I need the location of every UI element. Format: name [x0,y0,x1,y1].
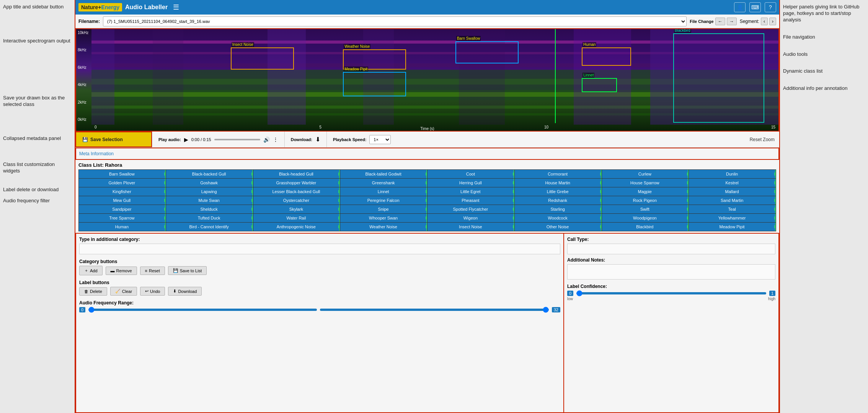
class-cell-other-noise[interactable]: Other Noise [515,223,602,231]
class-cell-tree-sparrow[interactable]: Tree Sparrow [79,214,166,222]
class-cell-cormorant[interactable]: Cormorant [515,170,602,178]
class-cell-black-backed-gull[interactable]: Black-backed Gull [166,170,253,178]
hamburger-button[interactable]: ☰ [171,2,181,12]
annotation-meadow-pipit[interactable]: Meadow Pipit [343,72,406,96]
class-cell-swift[interactable]: Swift [602,205,689,213]
undo-button[interactable]: ↩ Undo [140,287,165,296]
class-cell-linnet[interactable]: Linnet [340,187,427,196]
add-button[interactable]: ＋ Add [79,266,103,275]
class-cell-kingfisher[interactable]: Kingfisher [79,187,166,196]
header-right-icons: 👤 ⌨ ? [734,2,776,12]
class-cell-mew-gull[interactable]: Mew Gull [79,196,166,205]
class-cell-weather-noise[interactable]: Weather Noise [340,223,427,231]
segment-prev-btn[interactable]: ‹ [761,18,768,25]
label-download-button[interactable]: ⬇ Download [168,287,202,296]
class-cell-dunlin[interactable]: Dunlin [689,170,776,178]
call-type-input[interactable] [567,244,775,254]
brand-logo: Nature+Energy [78,3,122,11]
class-cell-meadow-pipit[interactable]: Meadow Pipit [689,223,776,231]
class-cell-whooper-swan[interactable]: Whooper Swan [340,214,427,222]
annotation-blackbird[interactable]: Blackbird [673,33,765,123]
class-cell-tufted-duck[interactable]: Tufted Duck [166,214,253,222]
annotation-linnet[interactable]: Linnet [582,78,617,92]
class-cell-coot[interactable]: Coot [427,170,514,178]
category-input[interactable] [79,244,560,254]
delete-button[interactable]: 🗑 Delete [79,287,107,296]
annotation-barn-swallow[interactable]: Barn Swallow [455,41,519,64]
help-icon-btn[interactable]: ? [765,2,776,12]
class-cell-magpie[interactable]: Magpie [602,187,689,196]
class-cell-house-sparrow[interactable]: House Sparrow [602,179,689,187]
class-cell-curlew[interactable]: Curlew [602,170,689,178]
class-cell-lapwing[interactable]: Lapwing [166,187,253,196]
file-prev-btn[interactable]: ← [715,18,725,25]
more-options-button[interactable]: ⋮ [273,137,278,143]
class-cell-herring-gull[interactable]: Herring Gull [427,179,514,187]
playback-speed-select[interactable]: 1× 0.5× 2× [369,135,391,144]
class-cell-oystercatcher[interactable]: Oystercatcher [253,196,340,205]
class-cell-mallard[interactable]: Mallard [689,187,776,196]
annotation-human[interactable]: Human [582,47,631,66]
remove-button[interactable]: ▬ Remove [106,267,137,275]
class-cell-greenshank[interactable]: Greenshank [340,179,427,187]
freq-min-slider[interactable] [88,309,317,311]
class-cell-black-headed-gull[interactable]: Black-headed Gull [253,170,340,178]
class-cell-blackbird[interactable]: Blackbird [602,223,689,231]
user-icon-btn[interactable]: 👤 [734,2,746,12]
keyboard-icon-btn[interactable]: ⌨ [749,2,761,12]
class-cell-bird---cannot-identify[interactable]: Bird - Cannot Identify [166,223,253,231]
reset-button[interactable]: ≡ Reset [140,267,165,275]
class-cell-kestrel[interactable]: Kestrel [689,179,776,187]
class-cell-grasshopper-warbler[interactable]: Grasshopper Warbler [253,179,340,187]
class-cell-goshawk[interactable]: Goshawk [166,179,253,187]
class-cell-woodcock[interactable]: Woodcock [515,214,602,222]
class-cell-shelduck[interactable]: Shelduck [166,205,253,213]
confidence-slider[interactable] [576,292,766,294]
class-cell-sand-martin[interactable]: Sand Martin [689,196,776,205]
reset-zoom-button[interactable]: Reset Zoom [745,135,779,144]
filename-select[interactable]: (7) 1_SMU05115_20211104_064902_start_39_… [103,16,687,26]
class-cell-lesser-black-backed-gull[interactable]: Lesser Black-backed Gull [253,187,340,196]
class-cell-anthropogenic-noise[interactable]: Anthropogenic Noise [253,223,340,231]
class-cell-human[interactable]: Human [79,223,166,231]
additional-notes-section: Additional Notes: [567,257,775,281]
class-cell-starling[interactable]: Starling [515,205,602,213]
save-selection-button[interactable]: 💾 Save Selection [75,132,152,147]
class-cell-teal[interactable]: Teal [689,205,776,213]
freq-max-slider[interactable] [320,309,548,311]
clear-button[interactable]: 🧹 Clear [110,287,137,296]
app-title: Audio Labeller [125,4,168,11]
class-cell-golden-plover[interactable]: Golden Plover [79,179,166,187]
spectrogram-container[interactable]: 10kHz 8kHz 6kHz 4kHz 2kHz 0kHz Insect No… [75,28,779,132]
class-cell-black-tailed-godwit[interactable]: Black-tailed Godwit [340,170,427,178]
annotation-insect-noise[interactable]: Insect Noise [231,47,294,70]
file-next-btn[interactable]: → [727,18,737,25]
class-cell-rock-pigeon[interactable]: Rock Pigeon [602,196,689,205]
play-button[interactable]: ▶ [184,137,188,143]
class-cell-barn-swallow[interactable]: Barn Swallow [79,170,166,178]
additional-notes-input[interactable] [567,264,775,280]
class-cell-sandpiper[interactable]: Sandpiper [79,205,166,213]
class-cell-wigeon[interactable]: Wigeon [427,214,514,222]
class-cell-house-martin[interactable]: House Martin [515,179,602,187]
class-cell-peregrine-falcon[interactable]: Peregrine Falcon [340,196,427,205]
class-cell-redshank[interactable]: Redshank [515,196,602,205]
class-cell-yellowhammer[interactable]: Yellowhammer [689,214,776,222]
class-cell-skylark[interactable]: Skylark [253,205,340,213]
class-cell-snipe[interactable]: Snipe [340,205,427,213]
class-cell-woodpigeon[interactable]: Woodpigeon [602,214,689,222]
class-cell-little-grebe[interactable]: Little Grebe [515,187,602,196]
save-to-list-button[interactable]: 💾 Save to List [168,266,207,275]
segment-next-btn[interactable]: › [769,18,776,25]
class-cell-mute-swan[interactable]: Mute Swan [166,196,253,205]
class-cell-pheasant[interactable]: Pheasant [427,196,514,205]
class-cell-insect-noise[interactable]: Insect Noise [427,223,514,231]
class-cell-water-rail[interactable]: Water Rail [253,214,340,222]
progress-bar[interactable] [214,139,260,140]
file-bar: Filename: (7) 1_SMU05115_20211104_064902… [75,15,779,28]
class-cell-spotted-flycatcher[interactable]: Spotted Flycatcher [427,205,514,213]
class-cell-little-egret[interactable]: Little Egret [427,187,514,196]
download-icon-button[interactable]: ⬇ [315,136,320,143]
conf-max-val: 1 [769,291,775,296]
volume-button[interactable]: 🔊 [263,137,270,143]
